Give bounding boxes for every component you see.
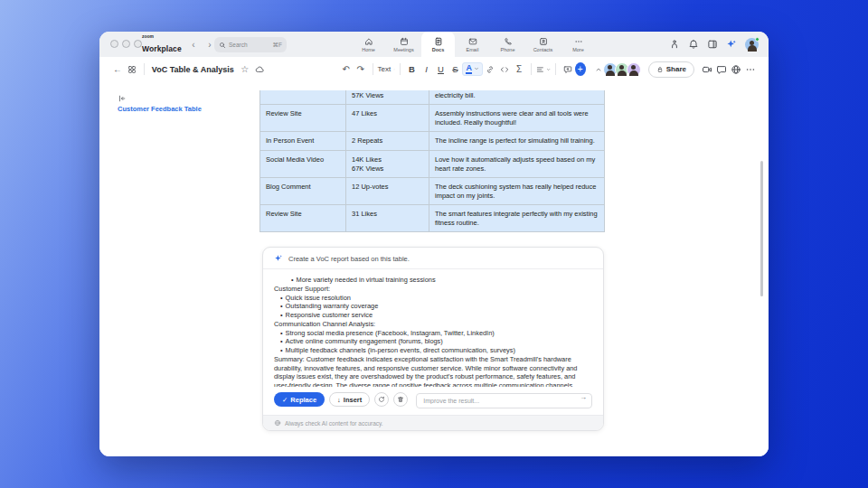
tab-more[interactable]: More (561, 32, 596, 57)
table-cell[interactable]: 12 Up-votes (346, 177, 429, 204)
ai-report-line: •Quick issue resolution (274, 294, 592, 303)
doc-title[interactable]: VoC Table & Analysis (152, 65, 234, 74)
submit-arrow-icon[interactable]: → (580, 393, 587, 401)
tab-email[interactable]: Email (455, 32, 490, 57)
tab-home[interactable]: Home (351, 32, 386, 57)
table-cell[interactable]: 31 Likes (346, 205, 429, 232)
table-cell[interactable]: 2 Repeats (346, 132, 429, 150)
table-cell[interactable]: The deck cushioning system has really he… (429, 177, 605, 204)
globe-icon (731, 64, 741, 75)
delete-result-button[interactable] (393, 392, 408, 407)
table-cell[interactable]: The incline range is perfect for simulat… (429, 132, 605, 150)
main-nav-tabs: Home Meetings Docs Email Phone Contacts (351, 32, 596, 57)
calendar-icon (400, 37, 409, 46)
tab-contacts[interactable]: Contacts (525, 32, 561, 57)
mail-icon (468, 37, 477, 46)
replace-button[interactable]: ✓ Replace (274, 392, 325, 407)
improve-result-input[interactable] (416, 393, 592, 408)
table-cell[interactable]: Love how it automatically adjusts speed … (429, 150, 605, 177)
divider (555, 63, 556, 75)
ai-report-line: •Responsive customer service (274, 311, 592, 320)
ai-insert-button[interactable]: + (575, 62, 586, 76)
ai-report-line: •Multiple feedback channels (in-person e… (274, 346, 592, 355)
brand-workplace-text: Workplace (142, 44, 182, 53)
ai-report-body: •More variety needed in virtual training… (263, 269, 603, 387)
ai-companion-icon[interactable] (726, 39, 737, 50)
align-dropdown[interactable] (536, 61, 551, 78)
table-cell[interactable]: Assembly instructions were clear and all… (429, 105, 605, 132)
video-camera-icon (702, 64, 712, 75)
italic-button[interactable]: I (419, 61, 433, 78)
doc-back-button[interactable]: ← (110, 61, 125, 78)
window-close-button[interactable] (110, 40, 118, 48)
lock-icon (656, 66, 664, 73)
toolbar-more-button[interactable] (743, 61, 758, 78)
formula-button[interactable]: Σ (512, 61, 526, 78)
collaborator-avatar[interactable] (627, 62, 641, 77)
zoom-workplace-window: zoom Workplace ‹ › Search ⌘F Home Meetin… (99, 32, 769, 456)
table-cell[interactable]: Review Site (260, 105, 346, 132)
table-cell[interactable]: Social Media Video (260, 150, 346, 177)
notifications-bell-icon[interactable] (688, 39, 699, 50)
table-cell[interactable]: 14K Likes 67K Views (346, 150, 429, 177)
table-cell[interactable]: 47 Likes (346, 105, 429, 132)
text-color-dropdown[interactable]: A (462, 62, 483, 77)
ai-report-line: •More variety needed in virtual training… (274, 276, 592, 285)
table-cell[interactable]: Review Site (260, 205, 346, 232)
document-area: Customer Feedback Table 57K Viewselectri… (99, 81, 769, 456)
more-dots-icon (574, 37, 583, 46)
table-cell[interactable]: 57K Views (346, 90, 429, 105)
tab-meetings[interactable]: Meetings (386, 32, 421, 57)
assistant-icon[interactable] (669, 39, 680, 50)
info-globe-icon (274, 419, 281, 427)
strikethrough-button[interactable]: S (448, 61, 462, 78)
cloud-saved-icon (252, 61, 267, 78)
language-button[interactable] (729, 61, 743, 78)
favorite-star-icon[interactable]: ☆ (238, 61, 252, 78)
table-cell[interactable]: electricity bill. (429, 90, 605, 105)
table-cell[interactable] (260, 90, 346, 105)
ai-panel-header: Create a VoC report based on this table. (263, 248, 603, 269)
underline-button[interactable]: U (433, 61, 448, 78)
undo-button[interactable]: ↶ (339, 61, 354, 78)
workspace-grid-icon[interactable] (125, 61, 139, 78)
bold-button[interactable]: B (404, 61, 419, 78)
divider (373, 63, 373, 75)
chat-button[interactable] (714, 61, 729, 78)
phone-icon (504, 37, 513, 46)
search-input[interactable]: Search ⌘F (214, 37, 287, 52)
table-cell[interactable]: The smart features integrate perfectly w… (429, 205, 605, 232)
ai-disclaimer: Always check AI content for accuracy. (263, 415, 603, 430)
divider (400, 63, 401, 75)
share-button[interactable]: Share (648, 61, 694, 78)
nav-back-button[interactable]: ‹ (187, 38, 200, 51)
regenerate-button[interactable] (374, 392, 389, 407)
video-call-button[interactable] (700, 61, 714, 78)
improve-result-field: → (416, 390, 592, 408)
titlebar-right-icons (669, 32, 759, 57)
refresh-icon (378, 396, 385, 403)
ai-report-line: Customer Support: (274, 285, 592, 294)
table-row-partial: 57K Viewselectricity bill. (260, 90, 605, 105)
insert-button[interactable]: ↓ Insert (329, 392, 370, 407)
window-minimize-button[interactable] (122, 40, 130, 48)
ai-report-line: Communication Channel Analysis: (274, 320, 592, 329)
side-panel-toggle-icon[interactable] (707, 39, 718, 50)
user-avatar[interactable] (745, 38, 759, 52)
redo-button[interactable]: ↷ (354, 61, 368, 78)
vertical-scrollbar[interactable] (760, 161, 763, 296)
tab-phone[interactable]: Phone (490, 32, 525, 57)
more-dots-icon (745, 64, 756, 75)
contacts-icon (539, 37, 548, 46)
table-cell[interactable]: Blog Comment (260, 177, 346, 204)
comment-button[interactable] (561, 61, 575, 78)
code-button[interactable] (497, 61, 512, 78)
tab-docs[interactable]: Docs (421, 32, 455, 57)
window-zoom-button[interactable] (134, 40, 142, 48)
outline-item-customer-feedback-table[interactable]: Customer Feedback Table (118, 105, 202, 113)
link-button[interactable] (483, 61, 497, 78)
table-cell[interactable]: In Person Event (260, 132, 346, 150)
text-style-dropdown[interactable]: Text (377, 61, 394, 78)
collapse-left-icon (118, 94, 127, 103)
feedback-table: 57K Viewselectricity bill.Review Site47 … (259, 90, 605, 232)
